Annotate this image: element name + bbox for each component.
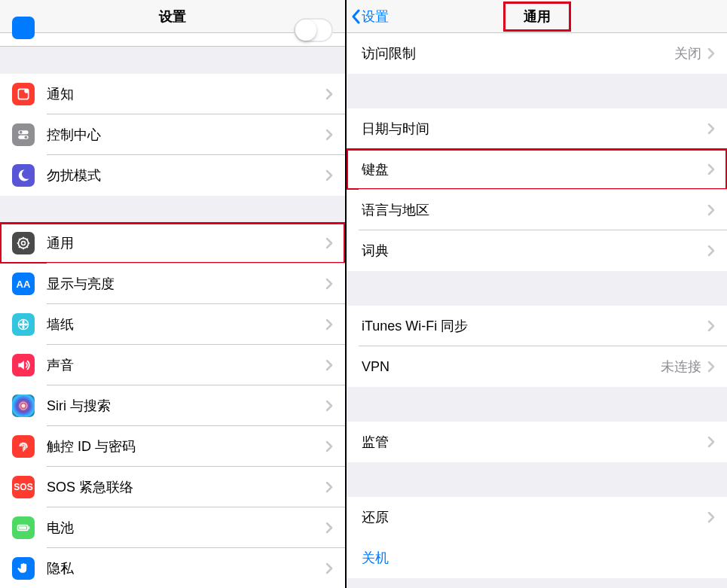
row-label: VPN [362, 359, 661, 375]
row-label: 电池 [47, 519, 325, 537]
row-privacy[interactable]: 隐私 [0, 548, 345, 588]
section-gap [347, 462, 727, 497]
sos-icon: SOS [12, 476, 35, 498]
row-dictionary[interactable]: 词典 [347, 230, 727, 271]
chevron-right-icon [325, 318, 333, 331]
wallpaper-icon [12, 313, 35, 336]
chevron-right-icon [325, 359, 333, 371]
gear-icon [12, 232, 35, 254]
chevron-right-icon [325, 169, 333, 181]
row-shutdown[interactable]: 关机 [347, 538, 727, 578]
general-title: 通用 [504, 2, 570, 31]
row-siri[interactable]: Siri 与搜索 [0, 385, 345, 426]
section-gap [347, 271, 727, 306]
row-display[interactable]: AA显示与亮度 [0, 264, 345, 304]
row-label: 隐私 [47, 559, 325, 577]
chevron-right-icon [325, 400, 333, 412]
chevron-right-icon [707, 123, 715, 135]
section-gap [0, 47, 345, 74]
chevron-right-icon [325, 129, 333, 141]
row-sos[interactable]: SOSSOS 紧急联络 [0, 467, 345, 507]
chevron-right-icon [707, 436, 715, 448]
back-button[interactable]: 设置 [351, 8, 389, 26]
row-battery[interactable]: 电池 [0, 507, 345, 548]
row-general[interactable]: 通用 [0, 223, 345, 264]
svg-point-3 [20, 131, 23, 134]
chevron-right-icon [325, 481, 333, 493]
chevron-right-icon [707, 163, 715, 175]
fingerprint-icon [12, 435, 35, 458]
section-gap [0, 196, 345, 223]
row-sounds[interactable]: 声音 [0, 345, 345, 385]
toggle-knob [295, 20, 316, 41]
row-label: 键盘 [362, 160, 707, 178]
row-vpn[interactable]: VPN未连接 [347, 346, 727, 387]
row-touchid[interactable]: 触控 ID 与密码 [0, 426, 345, 467]
chevron-right-icon [707, 320, 715, 332]
chevron-right-icon [325, 562, 333, 574]
row-dnd[interactable]: 勿扰模式 [0, 155, 345, 196]
chevron-right-icon [325, 522, 333, 534]
section-gap [347, 74, 727, 108]
control-center-icon [12, 123, 35, 146]
general-header: 设置 通用 [347, 0, 727, 33]
row-value: 未连接 [661, 358, 701, 376]
row-label: 关机 [362, 549, 715, 567]
row-label: 语言与地区 [362, 201, 707, 219]
row-label: 墙纸 [47, 315, 325, 334]
section-gap [347, 387, 727, 422]
battery-icon [12, 516, 35, 539]
row-label: Siri 与搜索 [47, 397, 325, 415]
chevron-right-icon [707, 204, 715, 216]
row-datetime[interactable]: 日期与时间 [347, 108, 727, 149]
chevron-right-icon [707, 511, 715, 523]
row-label: 通知 [47, 85, 325, 103]
hand-icon [12, 557, 35, 580]
chevron-right-icon [707, 47, 715, 59]
row-label: 勿扰模式 [47, 166, 325, 184]
row-label: 显示与亮度 [47, 275, 325, 293]
svg-rect-21 [29, 526, 30, 529]
row-label: 词典 [362, 242, 707, 260]
notifications-icon [12, 83, 35, 105]
row-label: 访问限制 [362, 44, 674, 62]
chevron-right-icon [325, 88, 333, 100]
toggle-off[interactable] [294, 18, 333, 42]
chevron-right-icon [325, 278, 333, 290]
partial-icon [12, 17, 35, 39]
svg-point-7 [22, 242, 26, 245]
row-label: 监管 [362, 433, 707, 451]
row-profiles[interactable]: 监管 [347, 422, 727, 462]
row-reset[interactable]: 还原 [347, 497, 727, 538]
svg-rect-22 [19, 526, 26, 529]
chevron-left-icon [351, 9, 360, 24]
chevron-right-icon [707, 361, 715, 373]
row-label: 触控 ID 与密码 [47, 437, 325, 455]
row-label: 日期与时间 [362, 120, 707, 138]
row-label: SOS 紧急联络 [47, 478, 325, 496]
chevron-right-icon [325, 237, 333, 249]
row-keyboard[interactable]: 键盘 [347, 149, 727, 190]
back-label: 设置 [362, 8, 389, 26]
sound-icon [12, 354, 35, 376]
row-restrictions[interactable]: 访问限制关闭 [347, 33, 727, 74]
row-value: 关闭 [674, 44, 701, 62]
row-label: 通用 [47, 234, 325, 252]
row-language[interactable]: 语言与地区 [347, 190, 727, 230]
row-control-center[interactable]: 控制中心 [0, 114, 345, 155]
settings-pane: 设置 通知控制中心勿扰模式通用AA显示与亮度墙纸声音Siri 与搜索触控 ID … [0, 0, 347, 588]
row-label: 声音 [47, 356, 325, 374]
svg-point-1 [24, 89, 29, 93]
row-notifications[interactable]: 通知 [0, 74, 345, 114]
row-label: 控制中心 [47, 126, 325, 144]
general-pane: 设置 通用 访问限制关闭日期与时间键盘语言与地区词典iTunes Wi-Fi 同… [347, 0, 727, 588]
row-label: 还原 [362, 508, 707, 526]
partial-row-top [0, 33, 345, 47]
row-label: iTunes Wi-Fi 同步 [362, 317, 707, 335]
siri-icon [12, 395, 35, 417]
svg-point-19 [22, 404, 26, 408]
row-wallpaper[interactable]: 墙纸 [0, 304, 345, 345]
svg-point-5 [25, 136, 28, 139]
settings-title: 设置 [159, 8, 186, 26]
row-itunes-wifi[interactable]: iTunes Wi-Fi 同步 [347, 306, 727, 346]
